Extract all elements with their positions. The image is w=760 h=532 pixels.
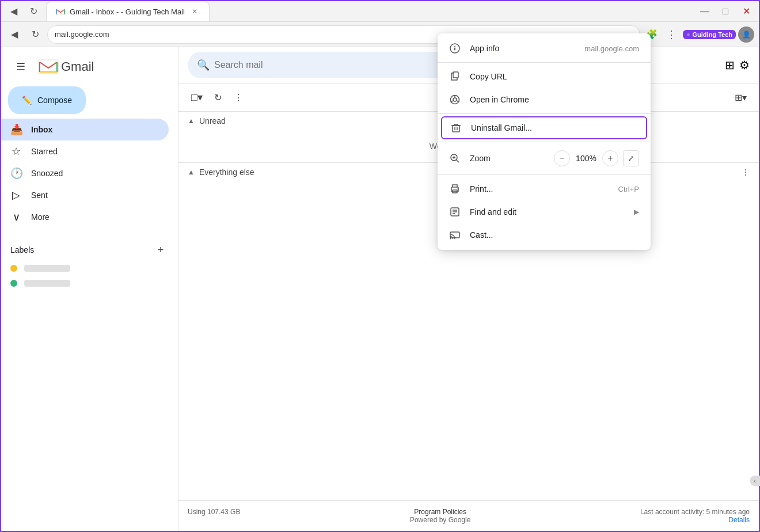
svg-point-7 [453, 98, 457, 101]
inbox-label: Inbox [31, 125, 52, 134]
copy-url-label: Copy URL [470, 72, 639, 81]
tab-title: Gmail - Inbox - - Guiding Tech Mail [70, 7, 185, 16]
zoom-control: − 100% + ⤢ [554, 150, 639, 166]
settings-button[interactable]: ⚙ [739, 58, 750, 72]
snoozed-icon: 🕐 [10, 167, 22, 180]
browser-tab[interactable]: Gmail - Inbox - - Guiding Tech Mail ✕ [46, 2, 210, 21]
tab-close-button[interactable]: ✕ [189, 6, 200, 17]
context-menu-find-edit[interactable]: Find and edit ▶ [438, 200, 651, 223]
context-menu: App info mail.google.com Copy URL Open i… [438, 33, 651, 250]
zoom-value: 100% [575, 154, 598, 163]
minimize-button[interactable]: — [697, 3, 713, 20]
zoom-in-button[interactable]: + [602, 150, 618, 166]
label-dot-2 [10, 280, 17, 287]
context-menu-cast[interactable]: Cast... [438, 223, 651, 246]
context-menu-uninstall[interactable]: Uninstall Gmail... [441, 116, 647, 139]
details-link[interactable]: Details [640, 516, 750, 524]
column-view-button[interactable]: ⊞▾ [731, 88, 750, 107]
svg-line-15 [457, 160, 459, 163]
footer: Using 107.43 GB Program Policies Powered… [178, 500, 759, 531]
label-text-1 [24, 265, 70, 272]
menu-divider-3 [438, 142, 651, 142]
profile-area: ● Guiding Tech 👤 [683, 26, 754, 43]
svg-point-26 [450, 238, 451, 240]
compose-label: Compose [37, 96, 72, 105]
sidebar-item-snoozed[interactable]: 🕐 Snoozed [1, 162, 169, 184]
menu-divider-2 [438, 113, 651, 114]
guiding-tech-badge[interactable]: ● Guiding Tech [683, 30, 736, 39]
compose-button[interactable]: ✏️ Compose [8, 86, 86, 114]
unread-label: Unread [199, 116, 226, 126]
more-icon: ∨ [10, 211, 22, 223]
nav-back-button[interactable]: ◀ [6, 26, 23, 43]
user-avatar[interactable]: 👤 [738, 26, 754, 43]
nav-refresh-button[interactable]: ↻ [26, 26, 44, 43]
cast-label: Cast... [470, 230, 639, 240]
print-icon [449, 183, 461, 195]
scroll-handle[interactable]: ‹ [750, 476, 760, 486]
context-menu-app-info[interactable]: App info mail.google.com [438, 37, 651, 60]
compose-icon: ✏️ [22, 96, 32, 105]
refresh-emails-button[interactable]: ↻ [208, 88, 227, 107]
label-text-2 [24, 280, 70, 287]
context-menu-print[interactable]: Print... Ctrl+P [438, 177, 651, 200]
storage-info: Using 107.43 GB [188, 508, 240, 524]
svg-rect-11 [453, 126, 459, 132]
unread-arrow: ▲ [188, 117, 195, 125]
open-chrome-icon [449, 94, 461, 105]
label-item-1[interactable] [10, 263, 169, 274]
gmail-logo-icon [38, 59, 59, 74]
everything-label: Everything else [199, 168, 254, 177]
grid-view-button[interactable]: ⊞ [725, 58, 735, 72]
gmail-sidebar: ☰ Gmail ✏️ Compose [1, 47, 178, 531]
sidebar-header: ☰ Gmail [1, 52, 178, 86]
uninstall-label: Uninstall Gmail... [471, 123, 638, 132]
search-icon: 🔍 [197, 59, 210, 71]
svg-point-20 [457, 188, 458, 189]
maximize-button[interactable]: □ [717, 3, 734, 20]
sent-icon: ▷ [10, 189, 22, 202]
gmail-text: Gmail [61, 59, 94, 74]
add-label-button[interactable]: + [153, 242, 169, 258]
program-policies-link[interactable]: Program Policies [410, 508, 470, 516]
footer-center: Program Policies Powered by Google [410, 508, 470, 524]
sidebar-item-more[interactable]: ∨ More [1, 206, 169, 228]
print-label: Print... [470, 184, 609, 193]
context-menu-copy-url[interactable]: Copy URL [438, 65, 651, 88]
browser-frame: ◀ ↻ Gmail - Inbox - - Guiding Tech Mail … [0, 0, 760, 532]
starred-icon: ☆ [10, 145, 22, 158]
zoom-icon [449, 153, 461, 164]
zoom-out-button[interactable]: − [554, 150, 570, 166]
guiding-tech-label: Guiding Tech [693, 31, 732, 38]
hamburger-button[interactable]: ☰ [10, 56, 31, 77]
label-item-2[interactable] [10, 278, 169, 289]
sidebar-item-sent[interactable]: ▷ Sent [1, 184, 169, 206]
svg-rect-4 [454, 48, 455, 51]
cast-icon [449, 229, 461, 241]
context-menu-zoom: Zoom − 100% + ⤢ [438, 145, 651, 172]
find-edit-icon [449, 206, 461, 218]
labels-section: Labels + [1, 233, 178, 294]
sidebar-item-inbox[interactable]: 📥 Inbox [1, 119, 169, 140]
context-menu-open-chrome[interactable]: Open in Chrome [438, 88, 651, 111]
select-checkbox[interactable]: □▾ [188, 88, 206, 107]
close-button[interactable]: ✕ [738, 3, 754, 20]
app-info-label: App info [470, 44, 575, 53]
svg-point-3 [454, 46, 455, 47]
browser-menu-button[interactable]: ⋮ [663, 26, 679, 43]
starred-label: Starred [31, 147, 58, 156]
back-button[interactable]: ◀ [6, 3, 22, 20]
svg-rect-5 [453, 72, 458, 78]
everything-more[interactable]: ⋮ [742, 168, 750, 177]
zoom-fullscreen-button[interactable]: ⤢ [623, 150, 639, 166]
find-edit-label: Find and edit [470, 207, 625, 216]
sent-label: Sent [31, 191, 48, 200]
snoozed-label: Snoozed [31, 169, 63, 178]
more-options-button[interactable]: ⋮ [229, 88, 248, 107]
sidebar-item-starred[interactable]: ☆ Starred [1, 140, 169, 162]
label-dot-1 [10, 265, 17, 272]
last-activity: Last account activity: 5 minutes ago [640, 508, 750, 516]
app-info-icon [449, 43, 461, 54]
refresh-button[interactable]: ↻ [25, 3, 41, 20]
menu-divider-1 [438, 62, 651, 63]
